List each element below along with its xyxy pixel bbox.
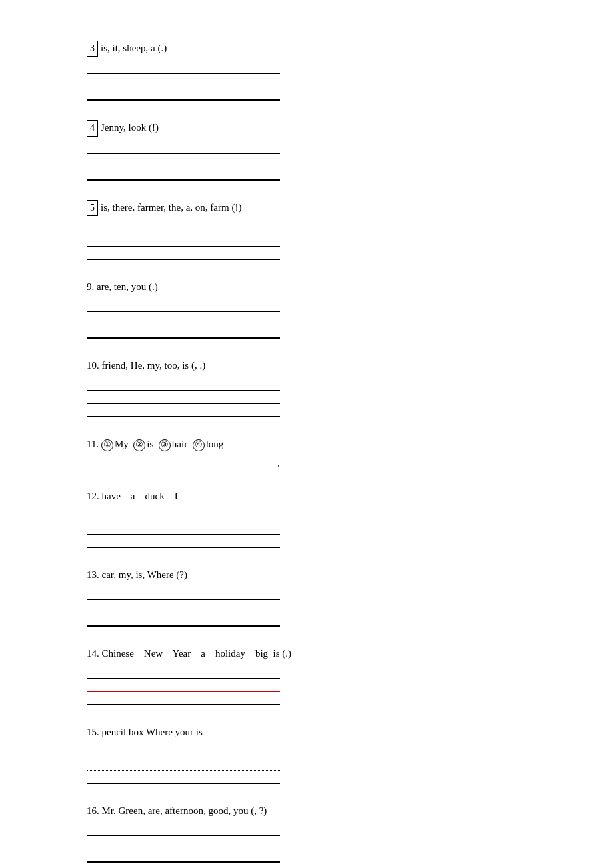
question-12-label: 12. have a duck I bbox=[87, 488, 526, 504]
circle-3: ③ bbox=[159, 439, 171, 451]
answer-line bbox=[87, 377, 280, 391]
period-dot: . bbox=[277, 457, 280, 469]
question-3-label: 3is, it, sheep, a (.) bbox=[87, 40, 526, 57]
question-11-lines: . bbox=[87, 456, 280, 469]
question-13-lines bbox=[87, 587, 280, 627]
question-15-label: 15. pencil box Where your is bbox=[87, 724, 526, 740]
answer-line-bold bbox=[87, 849, 280, 863]
question-10: 10. friend, He, my, too, is (, .) bbox=[87, 357, 526, 417]
answer-line bbox=[87, 220, 280, 233]
question-9: 9. are, ten, you (.) bbox=[87, 279, 526, 339]
question-14: 14. Chinese New Year a holiday big is (.… bbox=[87, 645, 526, 705]
question-16: 16. Mr. Green, are, afternoon, good, you… bbox=[87, 803, 526, 863]
question-4: 4Jenny, look (!) bbox=[87, 119, 526, 180]
question-4-label: 4Jenny, look (!) bbox=[87, 119, 526, 136]
answer-line-bold bbox=[87, 404, 280, 417]
circle-4: ④ bbox=[193, 439, 205, 451]
question-5-lines bbox=[87, 220, 280, 260]
answer-line-red bbox=[87, 679, 280, 692]
answer-line bbox=[87, 587, 280, 600]
answer-line bbox=[87, 600, 280, 613]
answer-line bbox=[87, 521, 280, 535]
question-14-label: 14. Chinese New Year a holiday big is (.… bbox=[87, 645, 526, 661]
answer-line bbox=[87, 391, 280, 404]
answer-line-dotted bbox=[87, 757, 280, 771]
answer-line bbox=[87, 665, 280, 679]
question-9-label: 9. are, ten, you (.) bbox=[87, 279, 526, 295]
answer-line bbox=[87, 744, 280, 757]
answer-line-bold bbox=[87, 167, 280, 181]
question-3-lines bbox=[87, 61, 280, 101]
bracket-3: 3 bbox=[87, 41, 98, 57]
question-15: 15. pencil box Where your is bbox=[87, 724, 526, 784]
question-13: 13. car, my, is, Where (?) bbox=[87, 567, 526, 627]
circle-2: ② bbox=[133, 439, 145, 451]
question-5: 5is, there, farmer, the, a, on, farm (!) bbox=[87, 199, 526, 260]
question-14-lines bbox=[87, 665, 280, 705]
answer-line bbox=[87, 74, 280, 87]
answer-line bbox=[87, 233, 280, 247]
question-10-lines bbox=[87, 377, 280, 417]
question-4-lines bbox=[87, 141, 280, 181]
question-16-lines bbox=[87, 823, 280, 863]
question-9-lines bbox=[87, 299, 280, 339]
answer-line-bold bbox=[87, 535, 280, 548]
answer-line bbox=[87, 823, 280, 836]
bracket-5: 5 bbox=[87, 200, 98, 216]
question-13-label: 13. car, my, is, Where (?) bbox=[87, 567, 526, 583]
answer-line-bold bbox=[87, 771, 280, 784]
question-11: 11. ①My ②is ③hair ④long . bbox=[87, 436, 526, 469]
answer-line-bold bbox=[87, 87, 280, 101]
answer-line bbox=[87, 299, 280, 312]
answer-line bbox=[87, 508, 280, 521]
answer-line-bold bbox=[87, 613, 280, 627]
answer-line-bold bbox=[87, 692, 280, 705]
question-3: 3is, it, sheep, a (.) bbox=[87, 40, 526, 101]
bracket-4: 4 bbox=[87, 120, 98, 136]
question-5-label: 5is, there, farmer, the, a, on, farm (!) bbox=[87, 199, 526, 216]
answer-line bbox=[87, 61, 280, 74]
answer-line bbox=[87, 154, 280, 167]
answer-line bbox=[87, 456, 276, 469]
answer-line bbox=[87, 312, 280, 325]
answer-line-bold bbox=[87, 325, 280, 339]
question-10-label: 10. friend, He, my, too, is (, .) bbox=[87, 357, 526, 373]
question-15-lines bbox=[87, 744, 280, 784]
question-12-lines bbox=[87, 508, 280, 548]
question-12: 12. have a duck I bbox=[87, 488, 526, 548]
question-11-label: 11. ①My ②is ③hair ④long bbox=[87, 436, 526, 452]
circle-1: ① bbox=[101, 439, 113, 451]
question-16-label: 16. Mr. Green, are, afternoon, good, you… bbox=[87, 803, 526, 819]
answer-line bbox=[87, 836, 280, 849]
answer-line bbox=[87, 141, 280, 154]
answer-line-bold bbox=[87, 247, 280, 260]
